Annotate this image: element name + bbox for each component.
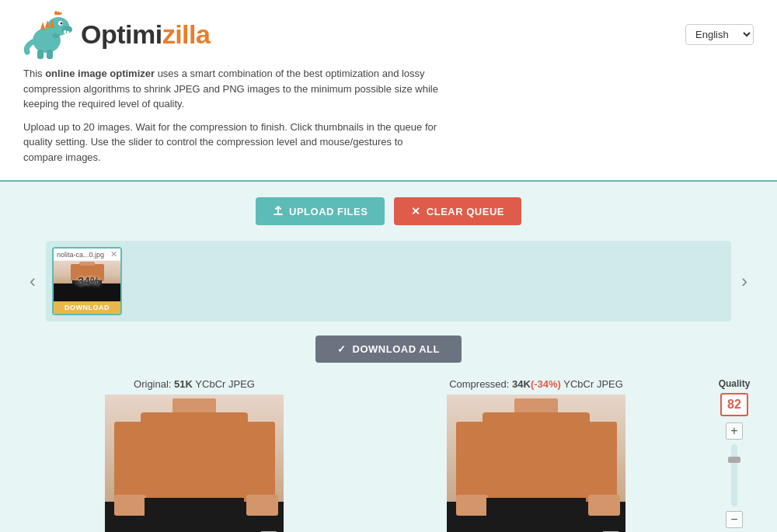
carousel-wrapper: ‹ nolita-ca...0.jpg ✕ [23,241,754,322]
quality-slider-thumb [728,457,740,463]
language-select[interactable]: English Français Español Deutsch [685,24,754,45]
thumb-filename: nolita-ca...0.jpg [57,251,104,259]
carousel-next-button[interactable]: › [735,266,754,296]
carousel-prev-button[interactable]: ‹ [23,266,42,296]
carousel-track: nolita-ca...0.jpg ✕ -34% [46,241,731,322]
button-row: UPLOAD FILES ✕ CLEAR QUEUE [23,197,754,225]
logo-dino [23,9,78,60]
svg-rect-5 [64,30,66,33]
compressed-image-container: + − [447,395,625,532]
download-all-row: ✓ DOWNLOAD ALL [23,336,754,363]
thumb-download-bar[interactable]: DOWNLOAD [54,301,120,314]
page-wrapper: Optimizilla English Français Español Deu… [0,0,777,532]
svg-rect-11 [47,50,53,59]
thumb-image-area: -34% [54,261,120,301]
quality-panel: Quality 82 + − APPLY [707,378,754,532]
check-icon: ✓ [337,343,347,355]
compressed-label: Compressed: 34K(-34%) YCbCr JPEG [449,378,623,390]
svg-rect-6 [67,31,69,33]
original-image-container: + − [105,395,284,532]
svg-rect-10 [37,50,44,59]
original-label: Original: 51K YCbCr JPEG [134,378,255,390]
original-image [105,395,284,532]
description-line2: Upload up to 20 images. Wait for the com… [23,120,443,165]
description-line1: This online image optimizer uses a smart… [23,66,443,112]
logo-area: Optimizilla [23,9,210,60]
svg-point-4 [61,23,63,25]
quality-value: 82 [720,393,748,416]
reduction-badge: -34% [75,274,100,288]
thumbnail-card[interactable]: nolita-ca...0.jpg ✕ -34% [52,247,122,315]
main-area: UPLOAD FILES ✕ CLEAR QUEUE ‹ nolita-ca..… [0,182,777,532]
description-area: This online image optimizer uses a smart… [0,66,466,180]
header: Optimizilla English Français Español Deu… [0,0,777,66]
thumb-close-button[interactable]: ✕ [110,250,117,259]
clear-queue-button[interactable]: ✕ CLEAR QUEUE [394,197,521,225]
download-all-button[interactable]: ✓ DOWNLOAD ALL [315,336,462,363]
clear-icon: ✕ [411,205,421,217]
compressed-panel: Compressed: 34K(-34%) YCbCr JPEG + − [365,378,707,532]
logo-text: Optimizilla [81,19,210,50]
quality-increase-button[interactable]: + [726,422,743,440]
upload-icon [273,206,284,217]
thumb-header: nolita-ca...0.jpg ✕ [54,249,120,261]
quality-label: Quality [719,378,751,389]
quality-decrease-button[interactable]: − [726,511,743,528]
svg-point-12 [52,33,60,38]
quality-slider-track[interactable] [731,444,737,506]
comparison-section: Original: 51K YCbCr JPEG + − [23,378,754,532]
quality-slider-area: + − [726,422,743,528]
compressed-image [447,395,625,532]
svg-marker-9 [40,22,45,30]
upload-button[interactable]: UPLOAD FILES [256,197,385,225]
original-panel: Original: 51K YCbCr JPEG + − [23,378,365,532]
